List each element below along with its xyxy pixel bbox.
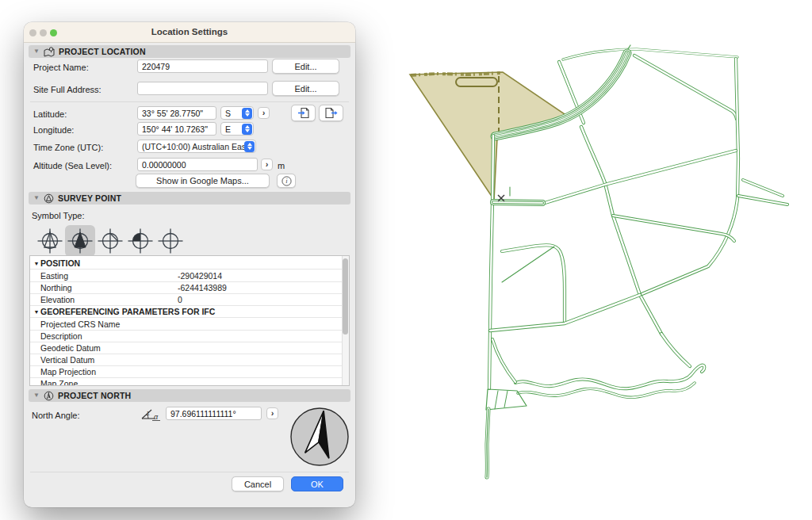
table-row[interactable]: Northing -6244143989 <box>30 282 349 294</box>
table-row[interactable]: Description <box>30 331 349 342</box>
georeferencing-group-row[interactable]: ▼ GEOREFERENCING PARAMETERS FOR IFC <box>30 306 349 318</box>
stepper-icon <box>242 108 252 119</box>
symbol-type-label: Symbol Type: <box>32 211 84 220</box>
position-group-row[interactable]: ▼ POSITION <box>30 258 349 270</box>
cancel-button[interactable]: Cancel <box>232 476 284 491</box>
altitude-options-button[interactable]: › <box>261 159 273 170</box>
symbol-chord-circle-button[interactable] <box>95 225 125 257</box>
map-pin-icon <box>44 47 55 57</box>
project-north-section-header[interactable]: ▼ PROJECT NORTH <box>29 389 350 402</box>
altitude-unit-label: m <box>278 161 285 170</box>
table-row[interactable]: Elevation 0 <box>30 294 349 306</box>
location-settings-dialog: Location Settings ▼ PROJECT LOCATION Pro… <box>24 22 355 507</box>
table-row[interactable]: Projected CRS Name <box>30 319 349 331</box>
survey-stub-road <box>493 202 542 203</box>
disclosure-triangle-icon[interactable]: ▼ <box>33 309 40 315</box>
survey-point-icon <box>44 193 54 204</box>
stepper-icon <box>244 141 255 152</box>
table-row[interactable]: Geodetic Datum <box>30 342 349 354</box>
symbol-quarter-filled-icon <box>125 226 155 256</box>
site-plan-view[interactable]: .rg { fill:none; stroke:#4d9e4e; stroke-… <box>389 40 801 499</box>
timezone-select[interactable]: (UTC+10:00) Australian Eastern… <box>137 140 256 153</box>
section-title: PROJECT LOCATION <box>59 47 146 56</box>
latitude-label: Latitude: <box>33 109 67 119</box>
symbol-filled-triangle-icon <box>65 226 95 256</box>
north-arrow-preview <box>289 407 350 467</box>
symbol-chord-circle-icon <box>95 226 125 256</box>
north-compass-icon <box>44 391 54 401</box>
table-row[interactable]: Map Projection <box>30 366 349 378</box>
scrollbar[interactable] <box>342 256 349 385</box>
edit-site-address-button[interactable]: Edit... <box>272 81 339 96</box>
export-location-button[interactable] <box>319 105 343 121</box>
latitude-input[interactable] <box>137 106 216 120</box>
ok-button[interactable]: OK <box>291 476 343 491</box>
section-title: SURVEY POINT <box>58 193 121 203</box>
import-location-button[interactable] <box>291 105 316 121</box>
svg-text:α: α <box>154 413 159 421</box>
site-plan-canvas: .rg { fill:none; stroke:#4d9e4e; stroke-… <box>389 40 801 499</box>
project-name-input[interactable] <box>137 59 268 73</box>
disclosure-triangle-icon[interactable]: ▼ <box>33 48 40 55</box>
info-icon: i <box>282 176 292 186</box>
info-button[interactable]: i <box>277 174 296 188</box>
project-name-label: Project Name: <box>33 63 89 72</box>
symbol-crosshair-button[interactable] <box>155 225 186 257</box>
separator <box>30 472 349 472</box>
longitude-input[interactable] <box>137 122 216 136</box>
altitude-label: Altitude (Sea Level): <box>33 161 112 170</box>
site-address-input[interactable] <box>137 82 268 95</box>
symbol-outline-triangle-icon <box>35 226 65 256</box>
table-row[interactable]: Map Zone <box>30 378 349 386</box>
wedge-top-detail <box>411 73 502 75</box>
longitude-hemisphere-select[interactable]: E <box>220 122 254 136</box>
show-in-google-maps-button[interactable]: Show in Google Maps... <box>136 174 270 188</box>
north-angle-options-button[interactable]: › <box>266 407 278 419</box>
titlebar[interactable]: Location Settings <box>24 22 355 43</box>
site-boundary-wedge[interactable] <box>410 72 569 200</box>
scrollbar-thumb[interactable] <box>343 258 348 335</box>
creek-road <box>515 365 704 398</box>
latitude-hemisphere-select[interactable]: S <box>220 106 254 120</box>
angle-alpha-icon[interactable]: 1 α <box>141 408 162 421</box>
symbol-crosshair-icon <box>155 226 186 256</box>
export-file-icon <box>324 107 339 119</box>
table-row[interactable]: Vertical Datum <box>30 354 349 366</box>
stepper-icon <box>242 124 252 135</box>
symbol-outline-triangle-button[interactable] <box>35 225 65 257</box>
site-address-label: Site Full Address: <box>33 85 102 94</box>
timezone-label: Time Zone (UTC): <box>33 143 103 152</box>
georeferencing-list[interactable]: ▼ POSITION Easting -290429014 Northing -… <box>29 255 350 386</box>
north-angle-input[interactable] <box>166 407 262 420</box>
svg-text:1: 1 <box>147 411 150 416</box>
longitude-label: Longitude: <box>33 125 74 135</box>
separator <box>30 101 349 102</box>
table-row[interactable]: Easting -290429014 <box>30 270 349 282</box>
import-file-icon <box>297 107 311 119</box>
survey-point-section-header[interactable]: ▼ SURVEY POINT <box>29 192 350 205</box>
altitude-input[interactable] <box>137 158 258 171</box>
latitude-options-button[interactable]: › <box>258 107 270 119</box>
section-title: PROJECT NORTH <box>58 391 131 400</box>
north-angle-label: North Angle: <box>32 411 80 420</box>
symbol-quarter-filled-button[interactable] <box>125 225 155 257</box>
disclosure-triangle-icon[interactable]: ▼ <box>33 195 40 201</box>
project-location-section-header[interactable]: ▼ PROJECT LOCATION <box>29 45 350 58</box>
window-title: Location Settings <box>24 27 355 36</box>
symbol-filled-triangle-button[interactable] <box>65 225 95 257</box>
south-road <box>487 409 488 477</box>
disclosure-triangle-icon[interactable]: ▼ <box>33 392 40 399</box>
edit-project-name-button[interactable]: Edit... <box>272 59 339 74</box>
disclosure-triangle-icon[interactable]: ▼ <box>33 261 40 266</box>
svg-text:i: i <box>285 177 288 185</box>
